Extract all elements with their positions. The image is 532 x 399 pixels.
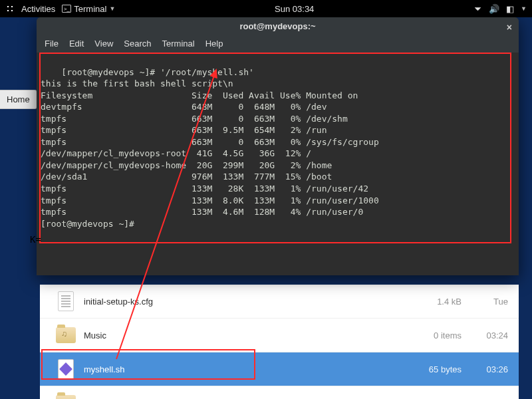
volume-icon[interactable]: 🔊 <box>489 4 499 14</box>
app-menu[interactable]: >_ Terminal ▼ <box>62 4 115 14</box>
home-button[interactable]: Home <box>0 90 37 109</box>
cursor-text-overlay: K= <box>30 234 41 245</box>
terminal-menubar: File Edit View Search Terminal Help <box>37 35 519 53</box>
menu-help[interactable]: Help <box>205 39 223 49</box>
close-icon[interactable]: × <box>507 22 512 33</box>
list-item[interactable]: Pictures 0 items 03:24 <box>40 386 519 399</box>
chevron-down-icon: ▼ <box>109 5 115 12</box>
file-size: 1.4 kB <box>402 297 462 307</box>
menu-edit[interactable]: Edit <box>69 39 84 49</box>
terminal-output: [root@mydevops ~]# '/root/myshell.sh' th… <box>41 67 379 229</box>
list-item[interactable]: initial-setup-ks.cfg 1.4 kB Tue <box>40 285 519 319</box>
file-date: 03:26 <box>462 364 508 374</box>
app-name: Terminal <box>74 4 106 14</box>
terminal-title: root@mydevops:~ <box>239 21 315 31</box>
file-name: initial-setup-ks.cfg <box>84 297 402 307</box>
gnome-top-bar: Activities >_ Terminal ▼ Sun 03:34 ⏷ 🔊 ◧… <box>0 0 532 17</box>
file-date: Tue <box>462 297 508 307</box>
file-name: myshell.sh <box>84 364 402 374</box>
list-item[interactable]: myshell.sh 65 bytes 03:26 <box>40 352 519 386</box>
activities-button[interactable]: Activities <box>21 4 55 14</box>
script-icon <box>56 359 76 379</box>
document-icon <box>56 291 76 311</box>
activities-icon <box>5 4 15 13</box>
network-icon[interactable]: ⏷ <box>473 4 482 14</box>
battery-icon[interactable]: ◧ <box>506 4 514 14</box>
terminal-body[interactable]: [root@mydevops ~]# '/root/myshell.sh' th… <box>37 53 519 275</box>
terminal-icon: >_ <box>62 5 71 13</box>
menu-search[interactable]: Search <box>124 39 151 49</box>
menu-terminal[interactable]: Terminal <box>162 39 195 49</box>
file-size: 65 bytes <box>402 364 462 374</box>
terminal-titlebar[interactable]: root@mydevops:~ × <box>37 17 519 35</box>
folder-icon <box>56 393 76 399</box>
files-list: initial-setup-ks.cfg 1.4 kB Tue Music 0 … <box>40 285 519 399</box>
menu-file[interactable]: File <box>45 39 59 49</box>
chevron-down-icon: ▼ <box>521 5 527 12</box>
clock[interactable]: Sun 03:34 <box>275 4 314 14</box>
menu-view[interactable]: View <box>94 39 113 49</box>
list-item[interactable]: Music 0 items 03:24 <box>40 319 519 352</box>
file-name: Music <box>84 331 402 340</box>
terminal-window: root@mydevops:~ × File Edit View Search … <box>37 17 519 275</box>
folder-icon <box>56 325 76 345</box>
file-date: 03:24 <box>462 331 508 340</box>
file-size: 0 items <box>402 331 462 340</box>
